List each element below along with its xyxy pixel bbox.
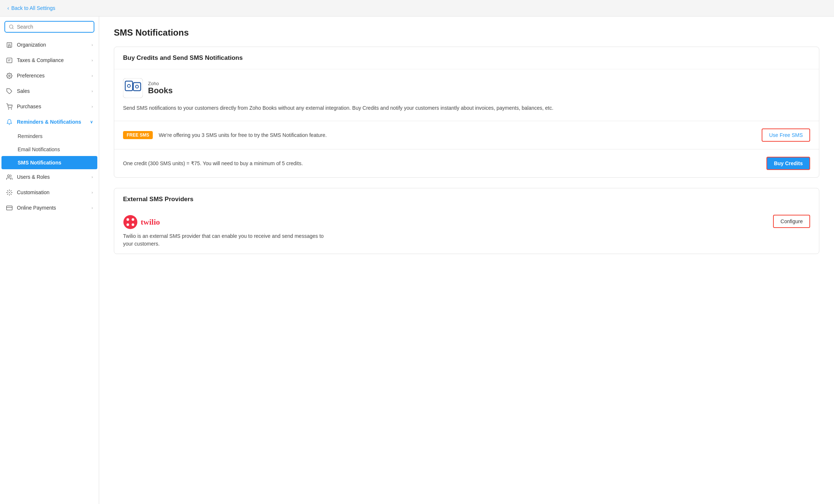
free-sms-badge: FREE SMS xyxy=(123,131,153,139)
bell-icon xyxy=(6,119,12,125)
chevron-right-icon-purchases: › xyxy=(91,104,93,109)
sidebar-item-reminders-label: Reminders & Notifications xyxy=(17,119,81,125)
buy-section-heading: Buy Credits and Send SMS Notifications xyxy=(114,47,819,69)
preferences-icon xyxy=(6,72,12,79)
purchases-icon xyxy=(6,103,12,110)
sidebar-item-preferences-label: Preferences xyxy=(17,73,44,79)
buy-section-description: Send SMS notifications to your customers… xyxy=(123,104,810,112)
sidebar-item-taxes-label: Taxes & Compliance xyxy=(17,57,64,63)
sidebar-item-purchases[interactable]: Purchases › xyxy=(0,99,99,114)
external-section-heading: External SMS Providers xyxy=(114,188,819,209)
books-product-text: Books xyxy=(148,86,173,95)
sidebar-item-preferences[interactable]: Preferences › xyxy=(0,68,99,83)
sidebar-item-organization-label: Organization xyxy=(17,42,46,48)
sidebar-item-organization[interactable]: Organization › xyxy=(0,37,99,52)
building-icon xyxy=(6,41,12,48)
svg-point-22 xyxy=(132,224,134,226)
search-input-wrapper[interactable] xyxy=(4,21,94,33)
chevron-right-icon: › xyxy=(91,43,93,47)
main-content: SMS Notifications Buy Credits and Send S… xyxy=(99,17,834,504)
svg-point-7 xyxy=(11,109,11,109)
sidebar-subitem-reminders[interactable]: Reminders xyxy=(0,130,99,143)
sidebar-item-users[interactable]: Users & Roles › xyxy=(0,169,99,185)
sidebar-item-sales-label: Sales xyxy=(17,88,30,94)
buy-credits-text: One credit (300 SMS units) = ₹75. You wi… xyxy=(123,160,303,166)
back-to-settings-link[interactable]: Back to All Settings xyxy=(11,5,55,11)
svg-point-20 xyxy=(132,218,134,221)
back-chevron-icon: ‹ xyxy=(7,5,9,11)
sidebar-item-customisation-label: Customisation xyxy=(17,189,50,195)
chevron-right-icon-sales: › xyxy=(91,89,93,93)
sidebar-subitem-email-notifications[interactable]: Email Notifications xyxy=(0,143,99,156)
sidebar-subitem-sms-notifications[interactable]: SMS Notifications xyxy=(1,156,97,169)
zoho-books-header: Zoho Books xyxy=(123,78,810,98)
buy-section-inner: Zoho Books Send SMS notifications to you… xyxy=(114,69,819,121)
customisation-icon xyxy=(6,189,12,196)
sidebar-navigation: Organization › Taxes & Compliance › xyxy=(0,36,99,504)
svg-rect-3 xyxy=(7,58,12,63)
sidebar-item-sales[interactable]: Sales › xyxy=(0,83,99,99)
top-bar: ‹ Back to All Settings xyxy=(0,0,834,17)
twilio-icon xyxy=(123,215,138,229)
sidebar-item-online-payments[interactable]: Online Payments › xyxy=(0,200,99,215)
sidebar-item-purchases-label: Purchases xyxy=(17,104,41,109)
sales-icon xyxy=(6,88,12,94)
sidebar-item-reminders[interactable]: Reminders & Notifications ∨ xyxy=(0,114,99,130)
zoho-logo-block xyxy=(123,78,143,98)
chevron-right-icon-custom: › xyxy=(91,190,93,195)
configure-button[interactable]: Configure xyxy=(773,215,810,228)
chevron-down-icon-reminders: ∨ xyxy=(90,120,93,124)
search-container xyxy=(0,17,99,36)
free-sms-text: We're offering you 3 SMS units for free … xyxy=(159,132,326,138)
buy-credits-button[interactable]: Buy Credits xyxy=(766,157,810,170)
svg-point-21 xyxy=(127,224,129,226)
twilio-logo: twilio xyxy=(123,215,329,229)
svg-point-4 xyxy=(8,75,10,76)
zoho-books-logo-icon xyxy=(123,78,143,98)
twilio-row: twilio Twilio is an external SMS provide… xyxy=(114,209,819,254)
zoho-books-name: Zoho Books xyxy=(148,81,173,95)
sidebar-item-online-payments-label: Online Payments xyxy=(17,205,56,211)
chevron-right-icon-payments: › xyxy=(91,206,93,210)
search-icon xyxy=(9,24,14,29)
users-icon xyxy=(6,174,12,180)
svg-point-9 xyxy=(9,192,9,192)
credit-card-icon xyxy=(6,204,12,211)
twilio-description: Twilio is an external SMS provider that … xyxy=(123,232,329,248)
sidebar-item-customisation[interactable]: Customisation › xyxy=(0,185,99,200)
chevron-right-icon-prefs: › xyxy=(91,73,93,78)
svg-point-19 xyxy=(127,218,129,221)
buy-credits-row: One credit (300 SMS units) = ₹75. You wi… xyxy=(114,149,819,177)
chevron-right-icon-taxes: › xyxy=(91,58,93,62)
app-body: Organization › Taxes & Compliance › xyxy=(0,17,834,504)
sidebar-item-taxes[interactable]: Taxes & Compliance › xyxy=(0,52,99,68)
page-title: SMS Notifications xyxy=(114,28,819,38)
sidebar: Organization › Taxes & Compliance › xyxy=(0,17,99,504)
zoho-brand-text: Zoho xyxy=(148,81,173,86)
svg-point-8 xyxy=(7,175,10,177)
external-providers-section: External SMS Providers xyxy=(114,188,819,254)
svg-line-1 xyxy=(12,28,14,29)
use-free-sms-button[interactable]: Use Free SMS xyxy=(762,128,810,142)
twilio-brand-name: twilio xyxy=(141,217,160,227)
sidebar-item-users-label: Users & Roles xyxy=(17,174,50,180)
chevron-right-icon-users: › xyxy=(91,175,93,179)
svg-point-6 xyxy=(8,109,8,109)
svg-rect-10 xyxy=(6,206,12,210)
tax-icon xyxy=(6,57,12,64)
search-input[interactable] xyxy=(17,24,90,30)
svg-point-17 xyxy=(123,215,137,229)
buy-credits-card: Buy Credits and Send SMS Notifications xyxy=(114,47,819,178)
free-sms-row: FREE SMS We're offering you 3 SMS units … xyxy=(114,121,819,149)
